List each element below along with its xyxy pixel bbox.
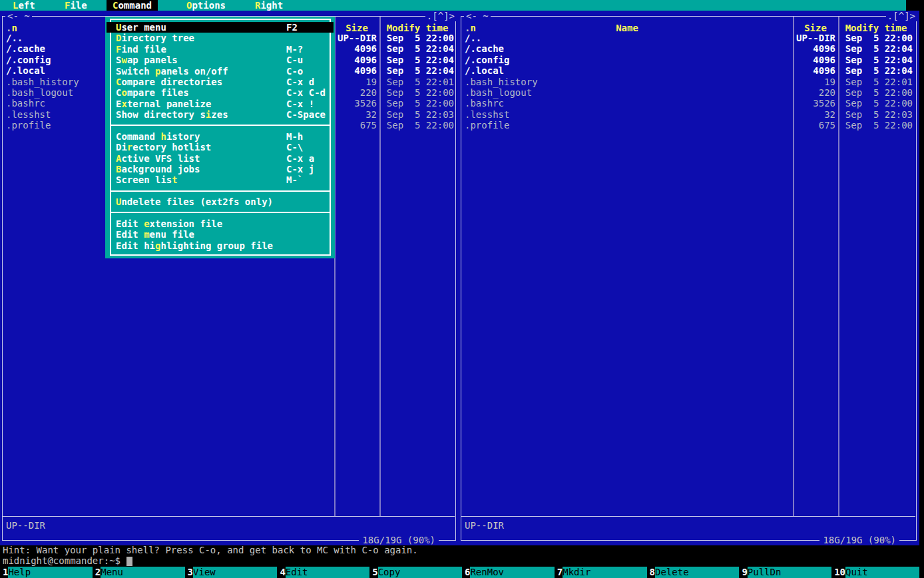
file-mtime: Sep 5 22:04 (381, 55, 454, 65)
file-mtime: Sep 5 22:01 (381, 77, 454, 87)
file-mtime: Sep 5 22:00 (839, 87, 913, 98)
file-size: 4096 (792, 43, 835, 54)
fkey-number: 5 (369, 567, 377, 578)
menu-item-edit-extension-file[interactable]: Edit extension file (107, 218, 334, 229)
file-name: /.cache (6, 43, 45, 54)
fkey-number: 8 (647, 567, 655, 578)
fkey-copy[interactable]: 5 Copy (369, 567, 462, 578)
panel-right: <- ~ .[^]> .n Name Size Modify time /.. … (459, 11, 919, 545)
menu-item-command-history[interactable]: Command historyM-h (107, 131, 334, 142)
menu-item-show-directory-sizes[interactable]: Show directory sizesC-Space (107, 109, 334, 120)
menu-item-user-menu[interactable]: User menuF2 (107, 22, 334, 33)
panel-separator-line (461, 516, 915, 517)
file-name: .bash_history (6, 77, 79, 87)
menubar-item-left[interactable]: Left (13, 0, 35, 11)
menu-item-external-panelize[interactable]: External panelizeC-x ! (107, 99, 334, 109)
fkey-label: Delete (655, 567, 739, 578)
column-header-size[interactable]: Size (793, 23, 838, 33)
shell-command-line[interactable]: midnight@commander:~$ (3, 555, 132, 566)
fkey-label: View (193, 567, 277, 578)
disk-usage: 18G/19G (90%) (359, 535, 439, 545)
panel-history-marker[interactable]: <- ~ (5, 11, 32, 21)
fkey-label: Quit (845, 567, 919, 578)
column-header-mtime[interactable]: Modify time (838, 23, 914, 33)
fkey-label: Mkdir (563, 567, 646, 578)
file-name: /.config (6, 55, 51, 65)
file-mtime: Sep 5 22:00 (381, 120, 454, 131)
file-name: .bash_history (465, 77, 538, 87)
file-name: /.cache (465, 43, 504, 54)
file-mtime: Sep 5 22:00 (381, 87, 454, 98)
file-size: 675 (333, 120, 377, 131)
menu-item-directory-tree[interactable]: Directory tree (107, 33, 334, 43)
fkey-number: 6 (462, 567, 470, 578)
file-row[interactable]: .profile 675 Sep 5 22:00 (459, 120, 919, 131)
fkey-view[interactable]: 3 View (185, 567, 278, 578)
file-mtime: Sep 5 22:01 (839, 77, 913, 87)
hint-line: Hint: Want your plain shell? Press C-o, … (3, 545, 418, 555)
menu-item-swap-panels[interactable]: Swap panelsC-u (107, 55, 334, 65)
fkey-pulldn[interactable]: 9 PullDn (739, 567, 831, 578)
fkey-delete[interactable]: 8 Delete (647, 567, 740, 578)
file-name: .bash_logout (6, 87, 73, 98)
file-row[interactable]: .bash_logout 220 Sep 5 22:00 (459, 87, 919, 98)
fkey-mkdir[interactable]: 7 Mkdir (555, 567, 647, 578)
text-cursor (126, 557, 132, 566)
fkey-quit[interactable]: 10 Quit (831, 567, 919, 578)
file-row[interactable]: /.. UP--DIR Sep 5 22:00 (459, 33, 919, 43)
fkey-label: Edit (286, 567, 369, 578)
panel-history-marker[interactable]: <- ~ (464, 11, 491, 21)
fkey-number: 9 (739, 567, 747, 578)
file-size: UP--DIR (792, 33, 835, 43)
menu-item-compare-files[interactable]: Compare filesC-x C-d (107, 87, 334, 98)
file-row[interactable]: .lesshst 32 Sep 5 22:03 (459, 109, 919, 120)
file-name: .lesshst (6, 109, 51, 120)
menubar-item-right[interactable]: Right (255, 0, 283, 11)
file-row[interactable]: /.local 4096 Sep 5 22:04 (459, 65, 919, 76)
fkey-label: PullDn (748, 567, 831, 578)
file-name: .bash_logout (465, 87, 532, 98)
column-header-name[interactable]: Name (461, 23, 793, 33)
menu-item-screen-list[interactable]: Screen listM-` (107, 174, 334, 185)
menu-item-edit-highlighting-group-file[interactable]: Edit highlighting group file (107, 240, 334, 251)
menu-item-undelete-files-ext2fs-only[interactable]: Undelete files (ext2fs only) (107, 196, 334, 207)
file-name: /.. (6, 33, 23, 43)
menu-item-compare-directories[interactable]: Compare directoriesC-x d (107, 77, 334, 87)
file-size: 4096 (792, 55, 835, 65)
file-row[interactable]: /.cache 4096 Sep 5 22:04 (459, 43, 919, 54)
file-row[interactable]: .bash_history 19 Sep 5 22:01 (459, 77, 919, 87)
mini-status: UP--DIR (6, 520, 45, 531)
fkey-help[interactable]: 1 Help (0, 567, 93, 578)
menubar-item-command[interactable]: Command (107, 0, 158, 11)
file-mtime: Sep 5 22:00 (381, 98, 454, 109)
file-row[interactable]: .bashrc 3526 Sep 5 22:00 (459, 98, 919, 109)
file-name: /.local (6, 65, 45, 76)
menu-item-find-file[interactable]: Find fileM-? (107, 44, 334, 55)
file-size: 3526 (333, 98, 377, 109)
file-row[interactable]: /.config 4096 Sep 5 22:04 (459, 55, 919, 65)
file-size: 4096 (333, 43, 377, 54)
fkey-edit[interactable]: 4 Edit (277, 567, 369, 578)
column-header-mtime[interactable]: Modify time (379, 23, 455, 33)
menu-item-active-vfs-list[interactable]: Active VFS listC-x a (107, 153, 334, 164)
file-size: 220 (792, 87, 835, 98)
shell-prompt: midnight@commander:~$ (3, 555, 126, 566)
file-size: 4096 (792, 65, 835, 76)
menubar-item-file[interactable]: File (65, 0, 87, 11)
file-name: .profile (6, 120, 51, 131)
file-mtime: Sep 5 22:04 (839, 55, 913, 65)
fkey-renmov[interactable]: 6 RenMov (462, 567, 555, 578)
menubar-item-options[interactable]: Options (186, 0, 226, 11)
column-header-size[interactable]: Size (334, 23, 379, 33)
menu-item-edit-menu-file[interactable]: Edit menu file (107, 229, 334, 240)
command-menu-dropdown: User menuF2Directory treeFind fileM-?Swa… (105, 17, 335, 258)
fkey-menu[interactable]: 2 Menu (93, 567, 185, 578)
fkey-number: 4 (277, 567, 285, 578)
menu-item-switch-panels-on-off[interactable]: Switch panels on/offC-o (107, 66, 334, 77)
panel-corner-buttons[interactable]: .[^]> (886, 11, 917, 21)
fkey-number: 1 (0, 567, 8, 578)
panel-corner-buttons[interactable]: .[^]> (425, 11, 456, 21)
menu-item-background-jobs[interactable]: Background jobsC-x j (107, 164, 334, 174)
menu-item-directory-hotlist[interactable]: Directory hotlistC-\ (107, 142, 334, 152)
file-name: /.config (465, 55, 509, 65)
